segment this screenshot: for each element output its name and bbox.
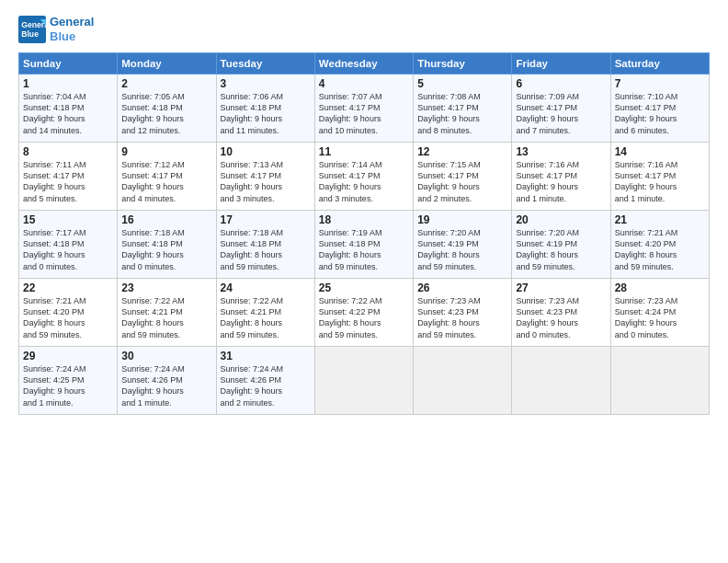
cell-details: Sunrise: 7:18 AMSunset: 4:18 PMDaylight:… [121, 227, 211, 272]
day-number: 19 [417, 213, 507, 226]
day-number: 16 [121, 213, 211, 226]
header-cell-wednesday: Wednesday [314, 53, 413, 75]
cell-details: Sunrise: 7:22 AMSunset: 4:21 PMDaylight:… [221, 295, 311, 340]
calendar-cell: 9Sunrise: 7:12 AMSunset: 4:17 PMDaylight… [118, 143, 216, 211]
cell-details: Sunrise: 7:04 AMSunset: 4:18 PMDaylight:… [23, 91, 113, 136]
week-row-1: 1Sunrise: 7:04 AMSunset: 4:18 PMDaylight… [19, 75, 710, 143]
week-row-4: 22Sunrise: 7:21 AMSunset: 4:20 PMDayligh… [19, 279, 710, 347]
day-number: 15 [23, 213, 113, 226]
day-number: 22 [23, 282, 113, 294]
calendar-cell: 26Sunrise: 7:23 AMSunset: 4:23 PMDayligh… [414, 279, 512, 347]
calendar-cell: 31Sunrise: 7:24 AMSunset: 4:26 PMDayligh… [216, 347, 314, 415]
header-cell-monday: Monday [118, 53, 216, 75]
calendar-cell: 11Sunrise: 7:14 AMSunset: 4:17 PMDayligh… [314, 143, 413, 211]
day-number: 17 [221, 213, 311, 226]
calendar-cell: 10Sunrise: 7:13 AMSunset: 4:17 PMDayligh… [216, 143, 314, 211]
cell-details: Sunrise: 7:23 AMSunset: 4:23 PMDaylight:… [516, 295, 606, 340]
day-number: 10 [221, 145, 311, 158]
day-number: 29 [23, 350, 113, 362]
cell-details: Sunrise: 7:18 AMSunset: 4:18 PMDaylight:… [221, 227, 311, 272]
week-row-2: 8Sunrise: 7:11 AMSunset: 4:17 PMDaylight… [19, 143, 710, 211]
cell-details: Sunrise: 7:21 AMSunset: 4:20 PMDaylight:… [23, 295, 113, 340]
calendar-cell [414, 347, 512, 415]
day-number: 25 [319, 282, 409, 294]
cell-details: Sunrise: 7:20 AMSunset: 4:19 PMDaylight:… [417, 227, 507, 272]
cell-details: Sunrise: 7:24 AMSunset: 4:25 PMDaylight:… [23, 363, 113, 408]
cell-details: Sunrise: 7:13 AMSunset: 4:17 PMDaylight:… [221, 159, 311, 204]
calendar-cell [314, 347, 413, 415]
day-number: 11 [319, 145, 409, 158]
calendar-cell: 27Sunrise: 7:23 AMSunset: 4:23 PMDayligh… [512, 279, 610, 347]
calendar-cell: 4Sunrise: 7:07 AMSunset: 4:17 PMDaylight… [314, 75, 413, 143]
cell-details: Sunrise: 7:15 AMSunset: 4:17 PMDaylight:… [417, 159, 507, 204]
cell-details: Sunrise: 7:19 AMSunset: 4:18 PMDaylight:… [319, 227, 409, 272]
calendar-table: SundayMondayTuesdayWednesdayThursdayFrid… [18, 52, 710, 415]
cell-details: Sunrise: 7:24 AMSunset: 4:26 PMDaylight:… [121, 363, 211, 408]
calendar-cell: 5Sunrise: 7:08 AMSunset: 4:17 PMDaylight… [414, 75, 512, 143]
calendar-cell: 29Sunrise: 7:24 AMSunset: 4:25 PMDayligh… [19, 347, 118, 415]
cell-details: Sunrise: 7:06 AMSunset: 4:18 PMDaylight:… [221, 91, 311, 136]
cell-details: Sunrise: 7:07 AMSunset: 4:17 PMDaylight:… [319, 91, 409, 136]
cell-details: Sunrise: 7:12 AMSunset: 4:17 PMDaylight:… [121, 159, 211, 204]
calendar-cell: 18Sunrise: 7:19 AMSunset: 4:18 PMDayligh… [314, 211, 413, 279]
cell-details: Sunrise: 7:09 AMSunset: 4:17 PMDaylight:… [516, 91, 606, 136]
cell-details: Sunrise: 7:11 AMSunset: 4:17 PMDaylight:… [23, 159, 113, 204]
calendar-cell: 16Sunrise: 7:18 AMSunset: 4:18 PMDayligh… [118, 211, 216, 279]
day-number: 1 [23, 77, 113, 90]
calendar-cell: 3Sunrise: 7:06 AMSunset: 4:18 PMDaylight… [216, 75, 314, 143]
header-cell-friday: Friday [512, 53, 610, 75]
calendar-cell: 28Sunrise: 7:23 AMSunset: 4:24 PMDayligh… [610, 279, 709, 347]
logo-text: General Blue [50, 15, 94, 43]
day-number: 24 [221, 282, 311, 294]
cell-details: Sunrise: 7:14 AMSunset: 4:17 PMDaylight:… [319, 159, 409, 204]
cell-details: Sunrise: 7:16 AMSunset: 4:17 PMDaylight:… [615, 159, 705, 204]
day-number: 12 [417, 145, 507, 158]
calendar-cell: 1Sunrise: 7:04 AMSunset: 4:18 PMDaylight… [19, 75, 118, 143]
day-number: 23 [121, 282, 211, 294]
calendar-cell: 19Sunrise: 7:20 AMSunset: 4:19 PMDayligh… [414, 211, 512, 279]
cell-details: Sunrise: 7:20 AMSunset: 4:19 PMDaylight:… [516, 227, 606, 272]
header-cell-thursday: Thursday [414, 53, 512, 75]
calendar-cell: 7Sunrise: 7:10 AMSunset: 4:17 PMDaylight… [610, 75, 709, 143]
calendar-header-row: SundayMondayTuesdayWednesdayThursdayFrid… [19, 53, 710, 75]
header-cell-sunday: Sunday [19, 53, 118, 75]
calendar-cell: 22Sunrise: 7:21 AMSunset: 4:20 PMDayligh… [19, 279, 118, 347]
header: General Blue General Blue [18, 15, 710, 43]
cell-details: Sunrise: 7:16 AMSunset: 4:17 PMDaylight:… [516, 159, 606, 204]
day-number: 13 [516, 145, 606, 158]
day-number: 2 [121, 77, 211, 90]
day-number: 20 [516, 213, 606, 226]
day-number: 7 [615, 77, 705, 90]
day-number: 5 [417, 77, 507, 90]
day-number: 26 [417, 282, 507, 294]
calendar-body: 1Sunrise: 7:04 AMSunset: 4:18 PMDaylight… [19, 75, 710, 415]
calendar-cell: 24Sunrise: 7:22 AMSunset: 4:21 PMDayligh… [216, 279, 314, 347]
calendar-cell [610, 347, 709, 415]
calendar-cell: 13Sunrise: 7:16 AMSunset: 4:17 PMDayligh… [512, 143, 610, 211]
svg-text:Blue: Blue [21, 29, 39, 38]
day-number: 27 [516, 282, 606, 294]
page: General Blue General Blue SundayMondayTu… [0, 0, 728, 424]
calendar-cell: 15Sunrise: 7:17 AMSunset: 4:18 PMDayligh… [19, 211, 118, 279]
header-cell-saturday: Saturday [610, 53, 709, 75]
cell-details: Sunrise: 7:08 AMSunset: 4:17 PMDaylight:… [417, 91, 507, 136]
cell-details: Sunrise: 7:05 AMSunset: 4:18 PMDaylight:… [121, 91, 211, 136]
day-number: 9 [121, 145, 211, 158]
header-cell-tuesday: Tuesday [216, 53, 314, 75]
day-number: 31 [221, 350, 311, 362]
day-number: 28 [615, 282, 705, 294]
day-number: 4 [319, 77, 409, 90]
calendar-cell: 20Sunrise: 7:20 AMSunset: 4:19 PMDayligh… [512, 211, 610, 279]
day-number: 18 [319, 213, 409, 226]
cell-details: Sunrise: 7:22 AMSunset: 4:22 PMDaylight:… [319, 295, 409, 340]
day-number: 3 [221, 77, 311, 90]
calendar-cell: 2Sunrise: 7:05 AMSunset: 4:18 PMDaylight… [118, 75, 216, 143]
calendar-cell: 8Sunrise: 7:11 AMSunset: 4:17 PMDaylight… [19, 143, 118, 211]
week-row-3: 15Sunrise: 7:17 AMSunset: 4:18 PMDayligh… [19, 211, 710, 279]
week-row-5: 29Sunrise: 7:24 AMSunset: 4:25 PMDayligh… [19, 347, 710, 415]
calendar-cell: 17Sunrise: 7:18 AMSunset: 4:18 PMDayligh… [216, 211, 314, 279]
calendar-cell [512, 347, 610, 415]
logo: General Blue General Blue [18, 15, 94, 43]
day-number: 6 [516, 77, 606, 90]
day-number: 14 [615, 145, 705, 158]
